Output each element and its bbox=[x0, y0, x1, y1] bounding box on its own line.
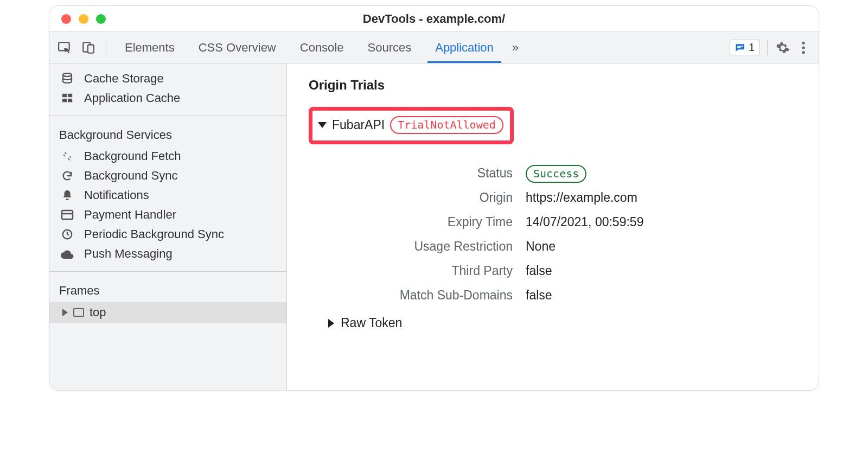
svg-rect-11 bbox=[62, 99, 67, 102]
sidebar-item-label: Notifications bbox=[84, 188, 149, 202]
sidebar-item-label: Push Messaging bbox=[84, 247, 173, 261]
close-window-button[interactable] bbox=[61, 14, 71, 24]
sidebar-heading-frames: Frames bbox=[49, 279, 286, 302]
sidebar-item-application-cache[interactable]: Application Cache bbox=[49, 88, 286, 108]
origin-trials-panel: Origin Trials FubarAPI TrialNotAllowed S… bbox=[287, 63, 819, 390]
svg-rect-4 bbox=[737, 47, 741, 48]
window-title: DevTools - example.com/ bbox=[363, 12, 505, 26]
sidebar-item-label: Periodic Background Sync bbox=[84, 227, 224, 241]
sync-icon bbox=[60, 169, 74, 183]
issues-count: 1 bbox=[749, 41, 755, 54]
raw-token-row[interactable]: Raw Token bbox=[328, 316, 797, 330]
svg-rect-10 bbox=[68, 94, 72, 97]
settings-gear-icon[interactable] bbox=[775, 40, 790, 55]
tabs-overflow-button[interactable]: » bbox=[506, 32, 525, 63]
svg-point-8 bbox=[63, 73, 72, 76]
more-menu-icon[interactable] bbox=[796, 40, 811, 55]
chat-icon bbox=[735, 42, 745, 53]
sidebar-item-background-sync[interactable]: Background Sync bbox=[49, 166, 286, 186]
issues-badge[interactable]: 1 bbox=[730, 40, 760, 55]
titlebar: DevTools - example.com/ bbox=[49, 6, 819, 32]
grid-icon bbox=[60, 91, 74, 105]
trial-details-grid: Status Success Origin https://example.co… bbox=[328, 166, 797, 303]
svg-point-7 bbox=[802, 51, 805, 54]
inspect-element-icon[interactable] bbox=[57, 40, 72, 55]
minimize-window-button[interactable] bbox=[79, 14, 88, 24]
third-party-label: Third Party bbox=[328, 264, 513, 278]
sidebar-item-push-messaging[interactable]: Push Messaging bbox=[49, 244, 286, 264]
origin-value: https://example.com bbox=[526, 190, 797, 205]
sidebar-item-periodic-background-sync[interactable]: Periodic Background Sync bbox=[49, 225, 286, 244]
clock-icon bbox=[60, 227, 74, 241]
raw-token-label: Raw Token bbox=[341, 316, 402, 330]
application-sidebar: Cache Storage Application Cache Backgrou… bbox=[49, 63, 287, 390]
trial-status-badge: TrialNotAllowed bbox=[390, 116, 503, 134]
svg-point-5 bbox=[802, 41, 805, 44]
usage-label: Usage Restriction bbox=[328, 239, 513, 254]
cloud-icon bbox=[60, 247, 74, 261]
usage-value: None bbox=[526, 239, 797, 254]
database-icon bbox=[60, 72, 74, 86]
bell-icon bbox=[60, 188, 74, 202]
origin-label: Origin bbox=[328, 190, 513, 205]
sidebar-item-frame-top[interactable]: top bbox=[49, 302, 286, 323]
svg-rect-9 bbox=[62, 94, 67, 97]
sidebar-item-label: Background Sync bbox=[84, 169, 177, 183]
tab-css-overview[interactable]: CSS Overview bbox=[187, 32, 288, 63]
disclosure-down-icon[interactable] bbox=[318, 122, 327, 128]
svg-rect-2 bbox=[88, 44, 94, 53]
sidebar-item-label: Application Cache bbox=[84, 91, 180, 105]
panel-heading: Origin Trials bbox=[309, 78, 797, 93]
sidebar-item-cache-storage[interactable]: Cache Storage bbox=[49, 69, 286, 88]
devtools-toolbar: Elements CSS Overview Console Sources Ap… bbox=[49, 32, 819, 63]
tab-sources[interactable]: Sources bbox=[355, 32, 423, 63]
svg-point-6 bbox=[802, 46, 805, 49]
third-party-value: false bbox=[526, 264, 797, 278]
expiry-label: Expiry Time bbox=[328, 215, 513, 229]
sidebar-item-background-fetch[interactable]: Background Fetch bbox=[49, 146, 286, 166]
status-pill: Success bbox=[526, 165, 586, 183]
frame-label: top bbox=[90, 305, 106, 320]
frame-icon bbox=[73, 308, 84, 317]
devtools-window: DevTools - example.com/ Elements CSS Ove… bbox=[49, 5, 819, 391]
sidebar-item-label: Cache Storage bbox=[84, 72, 164, 86]
svg-rect-12 bbox=[68, 99, 72, 102]
card-icon bbox=[60, 208, 74, 222]
svg-rect-3 bbox=[737, 46, 743, 47]
sidebar-item-label: Background Fetch bbox=[84, 149, 181, 163]
tab-console[interactable]: Console bbox=[288, 32, 356, 63]
sidebar-item-notifications[interactable]: Notifications bbox=[49, 186, 286, 205]
match-subdomains-value: false bbox=[526, 288, 797, 303]
panel-tabs: Elements CSS Overview Console Sources Ap… bbox=[113, 32, 525, 63]
trial-name[interactable]: FubarAPI bbox=[332, 118, 385, 132]
traffic-lights bbox=[49, 14, 106, 24]
match-subdomains-label: Match Sub-Domains bbox=[328, 288, 513, 303]
tab-application[interactable]: Application bbox=[423, 32, 506, 63]
zoom-window-button[interactable] bbox=[96, 14, 106, 24]
fetch-icon bbox=[60, 149, 74, 163]
disclosure-right-icon bbox=[328, 319, 334, 328]
device-toggle-icon[interactable] bbox=[81, 40, 96, 55]
status-label: Status bbox=[328, 166, 513, 181]
sidebar-heading-background-services: Background Services bbox=[49, 124, 286, 146]
sidebar-item-payment-handler[interactable]: Payment Handler bbox=[49, 205, 286, 225]
sidebar-item-label: Payment Handler bbox=[84, 208, 176, 222]
annotation-highlight: FubarAPI TrialNotAllowed bbox=[309, 107, 514, 144]
expiry-value: 14/07/2021, 00:59:59 bbox=[526, 215, 797, 229]
tab-elements[interactable]: Elements bbox=[113, 32, 187, 63]
status-value: Success bbox=[526, 166, 797, 181]
disclosure-icon bbox=[62, 309, 68, 316]
svg-rect-13 bbox=[62, 210, 73, 219]
